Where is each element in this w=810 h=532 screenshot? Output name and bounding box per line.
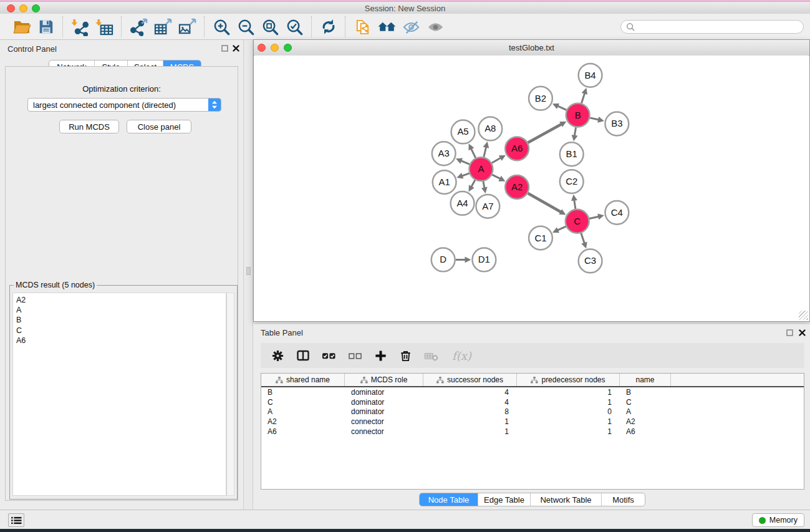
graph-node-B1[interactable]: B1 xyxy=(560,142,584,166)
select-all-button[interactable] xyxy=(321,349,337,363)
mcds-result-item[interactable]: B xyxy=(16,315,226,325)
graph-edge-B-B4[interactable] xyxy=(582,93,585,103)
table-row[interactable]: Cdominator41C xyxy=(261,397,804,407)
open-file-button[interactable] xyxy=(11,16,32,37)
graph-node-B2[interactable]: B2 xyxy=(529,87,552,110)
graph-node-A4[interactable]: A4 xyxy=(451,191,475,215)
graph-node-C2[interactable]: C2 xyxy=(560,170,584,193)
graph-edge-A-A3[interactable] xyxy=(461,161,470,165)
column-header-shared-name[interactable]: shared name xyxy=(261,374,345,386)
tab-network-table[interactable]: Network Table xyxy=(531,493,602,506)
mcds-result-item[interactable]: A2 xyxy=(16,295,226,305)
network-canvas[interactable]: AA1A2A3A4A5A6A7A8BB1B2B3B4CC1C2C3C4DD1 xyxy=(254,56,809,321)
close-table-panel-icon[interactable] xyxy=(799,329,806,336)
table-row[interactable]: A2connector11A2 xyxy=(261,417,804,427)
graph-edge-A-A6[interactable] xyxy=(492,158,501,163)
optimization-criterion-label: Optimization criterion: xyxy=(6,84,238,94)
graph-edge-A-A1[interactable] xyxy=(462,173,470,176)
mcds-result-item[interactable]: A6 xyxy=(16,336,226,346)
table-row[interactable]: Bdominator41B xyxy=(261,387,804,397)
save-session-button[interactable] xyxy=(36,17,56,37)
float-table-panel-icon[interactable] xyxy=(786,329,793,336)
import-table-button[interactable] xyxy=(94,17,115,37)
zoom-in-button[interactable] xyxy=(211,17,232,37)
export-image-button[interactable] xyxy=(177,17,198,37)
graph-node-B[interactable]: B xyxy=(566,104,590,127)
close-panel-button[interactable]: Close panel xyxy=(127,120,191,133)
add-row-button[interactable] xyxy=(374,349,388,363)
graph-edge-A-A2[interactable] xyxy=(492,175,500,179)
graph-edge-A2-C[interactable] xyxy=(528,193,561,212)
table-row[interactable]: A6connector11A6 xyxy=(261,427,804,437)
zoom-selected-button[interactable] xyxy=(284,17,305,37)
graph-edge-A-A5[interactable] xyxy=(471,148,476,158)
task-history-button[interactable] xyxy=(8,513,24,527)
graph-edge-A-A7[interactable] xyxy=(483,181,485,188)
search-input[interactable] xyxy=(639,22,798,32)
graph-edge-B-B1[interactable] xyxy=(574,127,576,136)
graph-node-C1[interactable]: C1 xyxy=(529,226,552,250)
zoom-out-button[interactable] xyxy=(236,17,256,37)
split-divider-vertical[interactable] xyxy=(243,40,253,510)
export-network-button[interactable] xyxy=(128,17,149,37)
import-network-button[interactable] xyxy=(70,17,90,37)
mcds-result-item[interactable]: C xyxy=(16,326,226,336)
scrollbar-track[interactable] xyxy=(226,293,234,496)
run-mcds-button[interactable]: Run MCDS xyxy=(59,120,119,133)
graph-node-A1[interactable]: A1 xyxy=(433,170,456,194)
network-overview-button[interactable] xyxy=(352,17,373,37)
column-header-MCDS-role[interactable]: MCDS role xyxy=(345,374,423,386)
mcds-result-item[interactable]: A xyxy=(16,305,226,315)
graph-node-A2[interactable]: A2 xyxy=(505,175,529,199)
resize-grip-icon[interactable] xyxy=(799,311,808,320)
column-header-predecessor-nodes[interactable]: predecessor nodes xyxy=(517,374,620,386)
graph-edge-C-C1[interactable] xyxy=(557,226,566,230)
table-row[interactable]: Adominator80A xyxy=(261,407,804,417)
graph-node-B4[interactable]: B4 xyxy=(579,64,602,87)
column-header-successor-nodes[interactable]: successor nodes xyxy=(423,374,517,386)
memory-button[interactable]: Memory xyxy=(752,513,804,527)
graph-node-D1[interactable]: D1 xyxy=(472,248,496,272)
graph-edge-C-C3[interactable] xyxy=(581,233,584,243)
graph-node-A5[interactable]: A5 xyxy=(451,120,475,144)
unselect-all-button[interactable] xyxy=(347,349,363,363)
tab-edge-table[interactable]: Edge Table xyxy=(478,493,531,506)
graph-edge-C-C2[interactable] xyxy=(574,200,576,209)
show-graphics-details-button[interactable] xyxy=(425,17,446,37)
export-table-button[interactable] xyxy=(153,17,173,37)
graph-edge-B-B2[interactable] xyxy=(557,106,566,110)
hide-graphics-details-button[interactable] xyxy=(401,17,422,37)
graph-node-A7[interactable]: A7 xyxy=(476,195,499,218)
graph-node-B3[interactable]: B3 xyxy=(605,112,629,136)
zoom-fit-button[interactable] xyxy=(260,17,281,37)
graph-node-C3[interactable]: C3 xyxy=(579,249,602,273)
graph-edge-A-A8[interactable] xyxy=(484,147,486,157)
graph-node-D[interactable]: D xyxy=(432,248,455,272)
float-panel-icon[interactable] xyxy=(221,45,228,52)
column-header-name[interactable]: name xyxy=(620,374,671,386)
graph-node-A8[interactable]: A8 xyxy=(478,117,502,141)
delete-table-button[interactable] xyxy=(423,349,439,363)
show-column-button[interactable] xyxy=(296,348,311,363)
divider-handle[interactable] xyxy=(246,267,251,275)
table-options-button[interactable] xyxy=(271,349,285,363)
home-layout-button[interactable] xyxy=(377,17,397,37)
graph-node-C4[interactable]: C4 xyxy=(605,201,629,225)
graph-edge-A-A4[interactable] xyxy=(471,180,475,187)
search-field[interactable] xyxy=(620,20,804,34)
graph-edge-B-B3[interactable] xyxy=(590,118,599,120)
graph-edge-A6-B[interactable] xyxy=(528,124,562,143)
graph-node-A3[interactable]: A3 xyxy=(432,142,456,165)
graph-node-A6[interactable]: A6 xyxy=(505,137,529,160)
criterion-select[interactable]: largest connected component (directed) xyxy=(27,98,221,112)
close-panel-icon[interactable] xyxy=(233,45,239,52)
function-builder-button[interactable]: f(x) xyxy=(452,349,471,362)
graph-node-A[interactable]: A xyxy=(469,157,493,181)
refresh-network-button[interactable] xyxy=(319,17,339,37)
graph-edge-C-C4[interactable] xyxy=(589,216,599,218)
tab-node-table[interactable]: Node Table xyxy=(420,493,478,506)
graph-node-C[interactable]: C xyxy=(566,210,589,233)
delete-row-button[interactable] xyxy=(398,349,413,363)
tab-motifs[interactable]: Motifs xyxy=(602,493,645,506)
delete-row-icon xyxy=(399,349,412,362)
